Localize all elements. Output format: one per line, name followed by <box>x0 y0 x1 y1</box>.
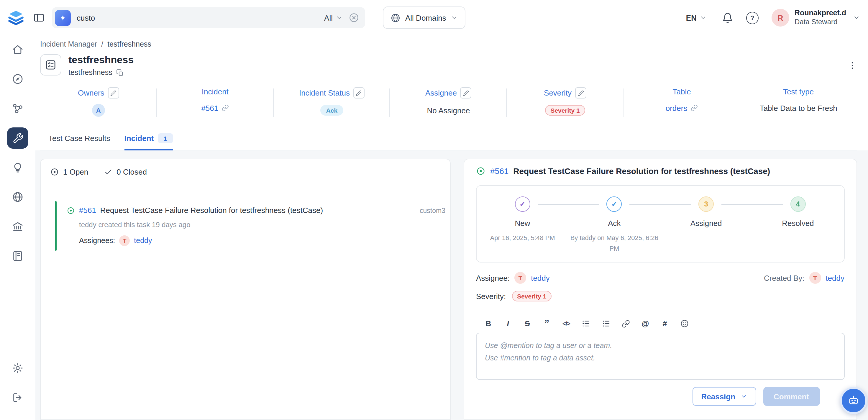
edit-assignee-icon[interactable] <box>460 87 472 98</box>
shell: Incident Manager / testfreshness testfre… <box>0 35 868 420</box>
assignee-link[interactable]: teddy <box>134 237 152 245</box>
global-search[interactable]: ✦ custo All <box>52 7 365 28</box>
hashtag-icon[interactable]: # <box>661 320 669 328</box>
edit-owners-icon[interactable] <box>108 87 119 98</box>
sidebar-item-governance[interactable] <box>7 216 28 237</box>
domains-dropdown[interactable]: All Domains <box>383 6 466 29</box>
top-bar: ✦ custo All All Domains EN ? <box>0 0 868 35</box>
status-badge: Ack <box>320 105 344 116</box>
comment-button[interactable]: Comment <box>763 387 819 406</box>
user-avatar: R <box>772 9 789 27</box>
language-dropdown[interactable]: EN <box>686 13 707 22</box>
comment-input[interactable]: Use @mention to tag a user or a team. Us… <box>476 333 844 380</box>
tab-incident[interactable]: Incident 1 <box>124 133 173 150</box>
summary-incident: Incident #561 <box>157 85 274 123</box>
incident-list-header: 1 Open 0 Closed <box>41 159 450 185</box>
step-assigned[interactable]: 3 Assigned <box>660 197 752 254</box>
chevron-down-icon <box>451 14 458 21</box>
home-icon <box>12 44 24 55</box>
clear-search-icon[interactable] <box>349 12 359 23</box>
sidebar-item-docs[interactable] <box>7 245 28 267</box>
circle-dot-icon <box>50 168 59 176</box>
sidebar-item-home[interactable] <box>7 39 28 60</box>
sidebar-item-logout[interactable] <box>7 387 28 408</box>
copy-icon[interactable] <box>117 69 124 77</box>
sidebar-item-web[interactable] <box>7 186 28 208</box>
comment-editor: B I S ” </> <box>476 320 844 380</box>
incident-workspace: 1 Open 0 Closed #561 Request TestCase Fa <box>35 150 868 420</box>
wrench-icon <box>12 132 23 144</box>
chevron-down-icon[interactable] <box>852 14 860 21</box>
bold-icon[interactable]: B <box>484 320 493 328</box>
sidebar-item-insights[interactable] <box>7 157 28 178</box>
help-icon[interactable]: ? <box>746 11 758 24</box>
user-role: Data Steward <box>795 18 846 27</box>
tab-bar: Test Case Results Incident 1 <box>40 133 857 150</box>
incident-list-item[interactable]: #561 Request TestCase Failure Resolution… <box>41 206 450 246</box>
notifications-bell-icon[interactable] <box>722 12 733 23</box>
more-menu-icon[interactable] <box>847 61 857 70</box>
link-icon[interactable] <box>622 320 630 328</box>
step-resolved[interactable]: 4 Resolved <box>752 197 844 254</box>
tab-test-case-results[interactable]: Test Case Results <box>49 133 110 150</box>
summary-owners: Owners A <box>40 85 157 123</box>
compass-icon <box>12 73 24 85</box>
code-icon[interactable]: </> <box>562 321 570 327</box>
assignee-avatar: T <box>515 272 526 284</box>
incident-id-link[interactable]: #561 <box>490 167 508 176</box>
search-input[interactable]: custo <box>77 13 318 22</box>
assignee-value: No Assignee <box>427 106 470 115</box>
sidebar-item-lineage[interactable] <box>7 98 28 119</box>
sidebar-item-settings[interactable] <box>7 357 28 379</box>
bullet-list-icon[interactable] <box>602 320 611 328</box>
sidebar-item-incident-manager[interactable] <box>7 127 28 149</box>
open-incident-icon <box>476 167 486 176</box>
incident-list-panel: 1 Open 0 Closed #561 Request TestCase Fa <box>40 159 451 420</box>
link-icon[interactable] <box>691 104 698 112</box>
sidebar-item-explore[interactable] <box>7 68 28 90</box>
app-window: ✦ custo All All Domains EN ? <box>0 0 868 420</box>
main-content: Incident Manager / testfreshness testfre… <box>35 35 868 420</box>
incident-tag: custom3 <box>420 207 445 214</box>
incident-id-link[interactable]: #561 <box>79 206 96 215</box>
reassign-button[interactable]: Reassign <box>692 387 756 406</box>
summary-table: Table orders <box>623 85 740 123</box>
summary-assignee: Assignee No Assignee <box>390 85 507 123</box>
edit-severity-icon[interactable] <box>575 87 586 98</box>
detail-actions: Reassign Comment <box>476 387 819 406</box>
chevron-down-icon <box>336 14 343 21</box>
user-name: Rounakpreet.d <box>795 8 846 18</box>
user-menu[interactable]: R Rounakpreet.d Data Steward <box>772 8 860 27</box>
page-title: testfreshness <box>68 54 134 66</box>
mention-icon[interactable]: @ <box>641 320 649 328</box>
journal-icon <box>12 250 24 262</box>
screen: ✦ custo All All Domains EN ? <box>0 0 868 420</box>
edit-status-icon[interactable] <box>353 87 365 98</box>
blockquote-icon[interactable]: ” <box>543 321 551 327</box>
table-link[interactable]: orders <box>666 103 687 112</box>
strikethrough-icon[interactable]: S <box>523 320 531 328</box>
chatbot-button[interactable] <box>840 387 867 414</box>
italic-icon[interactable]: I <box>504 320 512 328</box>
app-logo-icon[interactable] <box>7 9 25 27</box>
incident-link[interactable]: #561 <box>201 103 218 112</box>
breadcrumb-current: testfreshness <box>107 40 151 49</box>
ai-sparkle-icon[interactable]: ✦ <box>55 10 71 26</box>
created-by-link[interactable]: teddy <box>826 274 844 282</box>
link-icon[interactable] <box>222 104 229 112</box>
incident-meta: teddy created this task 19 days ago <box>67 220 445 229</box>
search-scope-dropdown[interactable]: All <box>324 13 343 22</box>
check-icon <box>103 168 112 176</box>
ordered-list-icon[interactable] <box>582 320 590 328</box>
closed-count: 0 Closed <box>103 168 147 176</box>
owner-avatar[interactable]: A <box>92 104 105 117</box>
chevron-down-icon <box>740 393 747 400</box>
step-resolved-marker: 4 <box>790 197 805 212</box>
testcase-checklist-icon <box>40 54 61 76</box>
summary-incident-status: Incident Status Ack <box>273 85 390 123</box>
assignee-link[interactable]: teddy <box>531 274 550 282</box>
detail-created-by: Created By: T teddy <box>764 272 844 284</box>
sidebar-toggle-icon[interactable] <box>33 12 45 24</box>
breadcrumb-parent[interactable]: Incident Manager <box>40 40 97 49</box>
emoji-icon[interactable] <box>680 320 689 328</box>
